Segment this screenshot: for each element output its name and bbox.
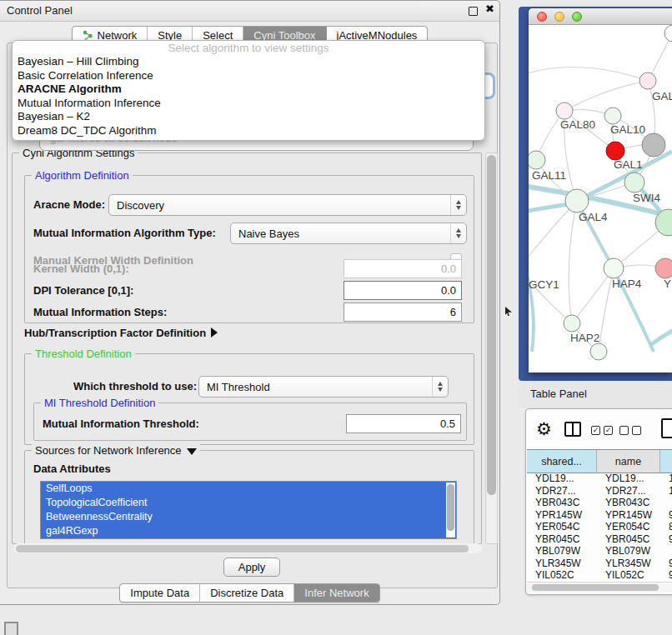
checked-checkbox-icon[interactable]: ✓ [604,426,613,435]
network-node-gal10[interactable] [604,108,621,124]
column-header-name[interactable]: name [597,450,660,472]
table-row[interactable]: YPR145WYPR145W9. [527,509,672,522]
close-icon[interactable]: ✖ [485,2,494,15]
algorithm-option-bayesian-k2[interactable]: Bayesian – K2 [13,110,484,124]
algorithm-definition-legend: Algorithm Definition [32,169,133,182]
unchecked-checkbox-icon[interactable] [632,426,641,435]
algorithm-option-dream8-dc-tdc-algorithm[interactable]: Dream8 DC_TDC Algorithm [13,124,484,138]
mi-type-combo[interactable]: Naive Bayes [230,222,467,244]
settings-hscroll-thumb[interactable] [16,545,469,552]
aracne-mode-combo[interactable]: Discovery [108,194,467,216]
which-threshold-value: MI Threshold [199,381,432,393]
table-row[interactable]: YBL079WYBL079W [527,545,672,558]
close-traffic-light-icon[interactable] [537,12,547,22]
table-row[interactable]: YDL19...YDL19...13 [527,472,672,485]
network-edge-thick[interactable] [650,330,672,345]
table-cell: 9. [660,558,672,570]
network-node[interactable] [642,133,665,157]
network-node-swi4[interactable] [624,172,644,192]
table-cell: 8. [660,521,672,533]
attribute-item-topologicalcoefficient[interactable]: TopologicalCoefficient [41,496,456,510]
column-header-shared[interactable]: shared... [527,450,597,472]
minimize-traffic-light-icon[interactable] [554,12,564,22]
network-edge[interactable] [529,269,572,323]
restore-panel-icon[interactable] [4,622,18,635]
checked-checkbox-icon[interactable]: ✓ [591,426,600,435]
algorithm-option-mutual-information-inference[interactable]: Mutual Information Inference [13,97,484,111]
network-edge[interactable] [529,68,648,81]
settings-horizontal-scrollbar[interactable] [13,543,482,553]
algorithm-option-aracne-algorithm[interactable]: ARACNE Algorithm [13,82,484,97]
gear-icon[interactable]: ⚙ [536,419,552,439]
network-window-titlebar[interactable] [529,8,672,25]
mi-threshold-field[interactable]: 0.5 [346,414,461,433]
split-columns-icon[interactable] [564,422,581,437]
table-row[interactable]: YIL052CYIL052C9 [527,569,672,581]
table-hscroll-thumb[interactable] [532,584,659,591]
attribute-item-gal4rgexp[interactable]: gal4RGexp [41,524,456,538]
list-scrollbar[interactable] [446,482,455,538]
network-node-y[interactable] [655,258,672,278]
attribute-item-selfloops[interactable]: SelfLoops [41,482,456,496]
table-row[interactable]: YER054CYER054C8. [527,521,672,533]
network-node-gal1[interactable] [606,142,624,160]
algorithm-dropdown-list: Select algorithm to view settings Bayesi… [12,40,485,141]
apply-button[interactable]: Apply [223,558,280,577]
node-label-gal1: GAL1 [614,158,643,171]
table-panel-header: Table Panel [519,381,672,408]
kernel-width-field[interactable]: 0.0 [344,259,462,278]
list-scrollbar-thumb[interactable] [447,484,454,531]
dpi-tolerance-field[interactable]: 0.0 [344,281,462,300]
algorithm-option-basic-correlation-inference[interactable]: Basic Correlation Inference [13,69,484,83]
node-label-gal10: GAL10 [610,123,645,136]
table-cell: YDR27... [527,485,597,498]
hub-definition-toggle[interactable]: Hub/Transcription Factor Definition [24,327,218,339]
document-icon[interactable] [661,418,672,438]
mi-steps-field[interactable]: 6 [344,302,462,322]
float-panel-icon[interactable] [469,7,478,16]
network-node-gal80[interactable] [556,102,573,119]
network-node-gal[interactable] [639,72,656,89]
column-header-3[interactable] [660,450,672,472]
algorithm-dropdown-placeholder: Select algorithm to view settings [13,41,484,55]
settings-vertical-scrollbar[interactable] [485,152,498,544]
table-horizontal-scrollbar[interactable] [527,582,672,592]
zoom-traffic-light-icon[interactable] [572,12,582,22]
which-threshold-combo[interactable]: MI Threshold [198,376,449,398]
table-cell: YBR045C [527,533,597,546]
tab-discretize-data[interactable]: Discretize Data [200,584,294,602]
table-cell: YDR27... [597,485,660,498]
which-threshold-label: Which threshold to use: [73,380,197,392]
table-row[interactable]: YBR043CYBR043C [527,497,672,509]
tab-impute-data[interactable]: Impute Data [120,584,200,602]
table-row[interactable]: YBR045CYBR045C9. [527,533,672,546]
attribute-item-betweennesscentrality[interactable]: BetweennessCentrality [41,510,456,524]
network-node-gal4[interactable] [565,189,589,212]
table-cell: YLR345W [597,558,660,570]
data-attributes-items: SelfLoopsTopologicalCoefficientBetweenne… [41,482,456,538]
table-row[interactable]: YDR27...YDR27...12 [527,485,672,498]
sources-legend[interactable]: Sources for Network Inference [32,444,200,457]
table-window: ⚙ ✓ ✓ shared...name YDL19...YDL19...13YD… [525,408,672,595]
network-edge[interactable] [564,81,648,111]
node-label-gcy1: GCY1 [529,278,559,291]
network-edge-thick[interactable] [529,244,534,352]
network-node-hap4[interactable] [604,258,624,278]
network-edge[interactable] [569,201,577,323]
algorithm-option-bayesian-hill-climbing[interactable]: Bayesian – Hill Climbing [13,55,484,69]
network-node-hap2[interactable] [564,315,580,332]
mi-steps-value: 6 [450,306,456,318]
algorithm-dropdown-items: Bayesian – Hill ClimbingBasic Correlatio… [13,55,484,138]
control-panel-window: Control Panel ✖ NetworkStyleSelectCyni T… [0,0,500,605]
tab-infer-network[interactable]: Infer Network [294,584,379,602]
table-row[interactable]: YLR345WYLR345W9. [527,558,672,570]
network-canvas[interactable]: GALGAL80GAL10GAL1GAL11SWI4GAL4GCY1HAP4YH… [529,25,672,364]
table-cell: YER054C [597,521,660,533]
network-node[interactable] [590,343,607,360]
unchecked-checkbox-icon[interactable] [619,426,629,435]
network-node[interactable] [664,25,672,42]
settings-vscroll-thumb[interactable] [487,155,496,495]
mi-type-label: Mutual Information Algorithm Type: [33,227,216,239]
table-cell: YBL079W [597,545,660,558]
network-node-gal11[interactable] [529,151,545,169]
